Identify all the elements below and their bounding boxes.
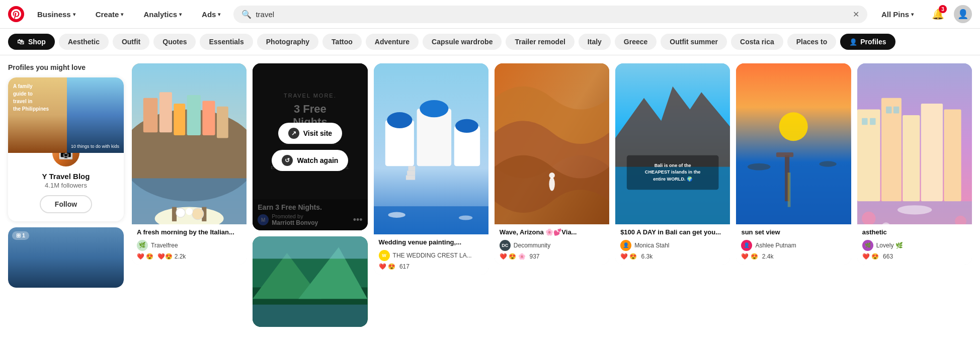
follow-button[interactable]: Follow — [40, 195, 92, 213]
tag-greece[interactable]: Greece — [615, 34, 657, 50]
tag-costa-rica[interactable]: Costa rica — [731, 34, 783, 50]
svg-rect-28 — [408, 166, 415, 170]
pin-card-wave[interactable]: 📷 3 — [495, 63, 609, 265]
svg-point-13 — [192, 208, 204, 220]
pin-title-sunset: sun set view — [741, 228, 846, 237]
pin-title-wave: Wave, Arizona 🌸💕Via... — [500, 228, 604, 237]
pin-stats-santorini: ❤️ 😍 617 — [379, 263, 483, 270]
business-nav-btn[interactable]: Business ▾ — [30, 6, 83, 23]
all-pins-button[interactable]: All Pins ▾ — [873, 6, 922, 23]
svg-rect-10 — [172, 207, 177, 222]
pin-author-name: Travelfree — [151, 242, 178, 249]
pin-info: A fresh morning by the Italian... 🌿 Trav… — [132, 224, 247, 265]
tag-profiles[interactable]: 👤 Profiles — [840, 34, 895, 50]
pin-author-row-aesthetic: 🌿 Lovely 🌿 — [862, 240, 967, 251]
svg-rect-19 — [253, 236, 367, 259]
create-nav-btn[interactable]: Create ▾ — [89, 6, 131, 23]
svg-rect-47 — [776, 152, 793, 157]
svg-rect-45 — [736, 167, 851, 224]
profile-followers: 4.1M followers — [8, 182, 124, 189]
tag-places-to-label: Places to — [796, 38, 827, 46]
tag-photography[interactable]: Photography — [257, 34, 318, 50]
pin-card-santorini[interactable]: 📷 1 — [374, 63, 488, 275]
tag-capsule-wardrobe[interactable]: Capsule wardrobe — [423, 34, 502, 50]
tag-italy[interactable]: Italy — [579, 34, 611, 50]
tag-adventure[interactable]: Adventure — [366, 34, 419, 50]
pin-stats-aesthetic: ❤️ 😍 663 — [862, 253, 967, 260]
tag-greece-label: Greece — [624, 38, 647, 46]
tag-shop[interactable]: 🛍 Shop — [8, 34, 55, 50]
search-input[interactable] — [256, 10, 849, 19]
notifications-button[interactable]: 🔔 3 — [928, 4, 948, 24]
pin-title: A fresh morning by the Italian... — [137, 228, 241, 237]
svg-rect-31 — [374, 206, 488, 234]
svg-point-12 — [176, 208, 185, 217]
pin-author-row-santorini: W THE WEDDING CREST LA... — [379, 250, 483, 261]
tag-quotes[interactable]: Quotes — [153, 34, 196, 50]
pin-stats-emoji-bali: ❤️ 😍 — [620, 253, 637, 260]
svg-point-33 — [458, 215, 472, 220]
pin-stats-count-santorini: 617 — [399, 263, 410, 270]
sidebar-card2[interactable]: ⊞ 1 — [8, 227, 124, 288]
tag-quotes-label: Quotes — [162, 38, 187, 46]
card2-badge: ⊞ 1 — [12, 231, 29, 240]
svg-text:Bali is one of the: Bali is one of the — [655, 163, 691, 168]
analytics-nav-btn[interactable]: Analytics ▾ — [136, 6, 189, 23]
pin-card-aesthetic[interactable]: 📷 1 — [857, 63, 972, 265]
watch-again-label: Watch again — [297, 156, 338, 164]
svg-rect-3 — [159, 92, 172, 132]
tag-trailer-remodel[interactable]: Trailer remodel — [506, 34, 574, 50]
watch-again-button[interactable]: ↺ Watch again — [272, 150, 348, 171]
tag-places-to[interactable]: Places to — [787, 34, 836, 50]
svg-rect-2 — [143, 98, 158, 132]
business-label: Business — [37, 10, 71, 19]
tag-outfit-summer[interactable]: Outfit summer — [661, 34, 727, 50]
pin-grid: 📷 1 — [132, 63, 972, 327]
ads-label: Ads — [202, 10, 216, 19]
tag-photography-label: Photography — [266, 38, 309, 46]
tag-tattoo[interactable]: Tattoo — [322, 34, 362, 50]
user-avatar[interactable]: 👤 — [954, 5, 972, 23]
profile-card[interactable]: A family guide to travel in the Philippi… — [8, 77, 124, 221]
pin-card-sunset[interactable]: 📷 1 — [736, 63, 851, 265]
ads-chevron-icon: ▾ — [218, 12, 220, 17]
pin-card-promoted[interactable]: TRAVEL MORE. 3 FreeNights Ask us to lear… — [253, 63, 367, 230]
watch-again-icon: ↺ — [282, 155, 293, 166]
create-label: Create — [96, 10, 119, 19]
pin-stats-emoji-sunset: ❤️ 😍 — [741, 253, 758, 260]
svg-rect-54 — [903, 115, 920, 201]
tag-outfit-summer-label: Outfit summer — [670, 38, 718, 46]
tag-outfit[interactable]: Outfit — [113, 34, 149, 50]
analytics-label: Analytics — [143, 10, 177, 19]
pin-author-avatar-sunset: 👤 — [741, 240, 752, 251]
pin-card-bali[interactable]: 📷 1 — [615, 63, 730, 265]
search-clear-button[interactable]: ✕ — [853, 10, 859, 19]
ads-nav-btn[interactable]: Ads ▾ — [195, 6, 227, 23]
tag-aesthetic[interactable]: Aesthetic — [59, 34, 109, 50]
pin-stats-count-aesthetic: 663 — [883, 253, 893, 260]
svg-rect-29 — [407, 170, 415, 175]
pin-author-avatar-bali: 👤 — [620, 240, 631, 251]
svg-point-35 — [549, 177, 554, 191]
visit-site-button[interactable]: ↗ Visit site — [278, 123, 342, 144]
business-chevron-icon: ▾ — [73, 12, 75, 17]
pin-card[interactable]: 📷 1 — [132, 63, 247, 265]
svg-text:entire WORLD. 🌍: entire WORLD. 🌍 — [653, 176, 693, 182]
svg-rect-7 — [217, 107, 228, 138]
tag-capsule-wardrobe-label: Capsule wardrobe — [432, 38, 493, 46]
pin-author-avatar: 🌿 — [137, 240, 148, 251]
tag-essentials[interactable]: Essentials — [200, 34, 253, 50]
pin-card-newcard[interactable] — [253, 236, 367, 327]
visit-site-icon: ↗ — [288, 128, 299, 139]
pin-stats-emoji-santorini: ❤️ 😍 — [379, 263, 395, 270]
pinterest-logo[interactable] — [8, 6, 24, 22]
tag-shop-label: Shop — [28, 38, 46, 46]
shop-icon: 🛍 — [17, 38, 24, 46]
svg-point-14 — [186, 208, 193, 215]
pin-title-aesthetic: asthetic — [862, 228, 967, 237]
pin-author-name-bali: Monica Stahl — [634, 242, 669, 249]
svg-rect-30 — [405, 176, 415, 180]
svg-point-62 — [897, 205, 932, 214]
svg-rect-5 — [187, 95, 201, 135]
pin-author-row-sunset: 👤 Ashlee Putnam — [741, 240, 846, 251]
